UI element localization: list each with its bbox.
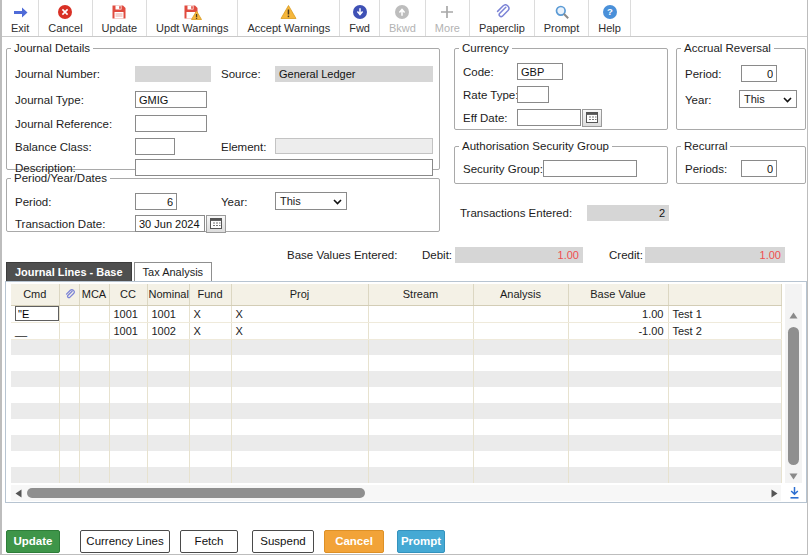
- balance-class-input[interactable]: [135, 138, 175, 155]
- plus-icon: [439, 4, 455, 21]
- security-group-input[interactable]: [543, 160, 637, 177]
- col-header-base-value[interactable]: Base Value: [568, 284, 668, 305]
- empty-grid-row: [11, 435, 781, 451]
- tab-tax-analysis[interactable]: Tax Analysis: [134, 262, 213, 282]
- col-header-nominal[interactable]: Nominal: [147, 284, 189, 305]
- prompt-footer-button[interactable]: Prompt: [397, 530, 445, 553]
- col-header-cc[interactable]: CC: [109, 284, 147, 305]
- fwd-button[interactable]: Fwd: [340, 0, 380, 36]
- authorisation-security-group: Authorisation Security Group Security Gr…: [454, 140, 668, 184]
- vertical-scroll-thumb[interactable]: [788, 327, 799, 465]
- empty-grid-row: [11, 403, 781, 419]
- calendar-icon: [210, 217, 222, 231]
- currency-lines-footer-button[interactable]: Currency Lines: [80, 530, 170, 553]
- update-footer-button[interactable]: Update: [6, 530, 60, 553]
- grid-filler: [11, 339, 781, 483]
- toolbar-label: Prompt: [544, 22, 579, 34]
- col-header-attachment[interactable]: [59, 284, 79, 305]
- scroll-left-arrow[interactable]: [11, 485, 25, 501]
- credit-label: Credit:: [609, 249, 643, 261]
- scroll-right-arrow[interactable]: [767, 485, 781, 501]
- toolbar: Exit Cancel Update Updt Warnings Accept …: [2, 0, 807, 37]
- col-header-analysis[interactable]: Analysis: [473, 284, 568, 305]
- rate-type-input[interactable]: [517, 86, 549, 103]
- element-label: Element:: [221, 141, 266, 153]
- col-header-description[interactable]: [668, 284, 781, 305]
- col-header-cmd[interactable]: Cmd: [11, 284, 59, 305]
- journal-number-value: [135, 66, 211, 82]
- period-input[interactable]: [135, 193, 177, 210]
- warning-icon: [280, 4, 297, 21]
- chevron-down-icon: [783, 93, 792, 105]
- help-button[interactable]: ? Help: [589, 0, 631, 36]
- transactions-entered-label: Transactions Entered:: [460, 207, 572, 219]
- journal-type-label: Journal Type:: [15, 94, 84, 106]
- calendar-icon: [586, 111, 598, 125]
- recurral-group: Recurral Periods:: [676, 140, 806, 184]
- accrual-period-input[interactable]: [741, 65, 777, 82]
- accrual-period-label: Period:: [685, 68, 721, 80]
- recurral-legend: Recurral: [681, 140, 730, 152]
- security-group-label: Security Group:: [463, 163, 543, 175]
- horizontal-scroll-thumb[interactable]: [27, 488, 365, 498]
- save-warning-icon: [183, 4, 202, 21]
- transaction-date-calendar-button[interactable]: [206, 215, 226, 233]
- scroll-up-arrow[interactable]: [785, 308, 802, 322]
- tab-journal-lines-base[interactable]: Journal Lines - Base: [6, 262, 132, 282]
- tab-bar: Journal Lines - Base Tax Analysis: [6, 262, 214, 282]
- col-header-proj[interactable]: Proj: [231, 284, 368, 305]
- journal-number-label: Journal Number:: [15, 68, 100, 80]
- accrual-year-select-value: This: [744, 93, 765, 105]
- period-year-dates-group: Period/Year/Dates Period: Year: This Tra…: [6, 172, 440, 232]
- scroll-down-arrow[interactable]: [785, 469, 802, 483]
- eff-date-calendar-button[interactable]: [582, 109, 602, 127]
- horizontal-scrollbar[interactable]: [11, 485, 781, 501]
- magnifier-icon: [554, 4, 570, 21]
- toolbar-label: Paperclip: [479, 22, 525, 34]
- table-row[interactable]: __ 1001 1002 X X -1.00 Test 2: [11, 322, 781, 339]
- cmd-input[interactable]: [15, 306, 59, 321]
- suspend-footer-button[interactable]: Suspend: [252, 530, 314, 553]
- debit-value: 1.00: [455, 247, 583, 263]
- journal-type-input[interactable]: [135, 91, 207, 108]
- col-header-fund[interactable]: Fund: [189, 284, 231, 305]
- update-button[interactable]: Update: [93, 0, 147, 36]
- chevron-down-icon: [333, 195, 342, 207]
- transaction-date-input[interactable]: [135, 215, 205, 232]
- vertical-scrollbar[interactable]: [785, 284, 802, 483]
- cancel-footer-button[interactable]: Cancel: [324, 530, 384, 553]
- year-select[interactable]: This: [275, 192, 347, 210]
- cancel-button[interactable]: Cancel: [39, 0, 92, 36]
- col-header-stream[interactable]: Stream: [368, 284, 473, 305]
- table-row[interactable]: 1001 1001 X X 1.00 Test 1: [11, 305, 781, 322]
- accept-warnings-button[interactable]: Accept Warnings: [238, 0, 340, 36]
- exit-button[interactable]: Exit: [2, 0, 39, 36]
- currency-code-input[interactable]: [517, 63, 563, 80]
- recurral-periods-input[interactable]: [741, 160, 777, 177]
- accrual-year-select[interactable]: This: [739, 90, 797, 108]
- cancel-icon: [57, 4, 73, 21]
- col-header-mca[interactable]: MCA: [79, 284, 109, 305]
- paperclip-button[interactable]: Paperclip: [470, 0, 535, 36]
- cmd-cell[interactable]: __: [11, 322, 59, 339]
- transactions-entered-value: 2: [587, 205, 669, 221]
- prompt-button[interactable]: Prompt: [535, 0, 589, 36]
- updt-warnings-button[interactable]: Updt Warnings: [147, 0, 238, 36]
- journal-lines-grid: Cmd MCA CC Nominal Fund Proj Stream Anal…: [5, 281, 807, 503]
- toolbar-label: Fwd: [349, 22, 370, 34]
- rate-type-label: Rate Type:: [463, 89, 518, 101]
- fetch-footer-button[interactable]: Fetch: [180, 530, 238, 553]
- empty-grid-row: [11, 339, 781, 355]
- empty-grid-row: [11, 419, 781, 435]
- eff-date-input[interactable]: [517, 109, 581, 126]
- toolbar-label: Help: [598, 22, 621, 34]
- toolbar-label: Exit: [11, 22, 29, 34]
- journal-reference-input[interactable]: [135, 115, 207, 132]
- recurral-periods-label: Periods:: [685, 163, 727, 175]
- jump-to-end-icon[interactable]: [786, 485, 802, 501]
- help-icon: ?: [602, 4, 618, 21]
- credit-value: 1.00: [645, 247, 785, 263]
- currency-legend: Currency: [459, 42, 512, 54]
- period-year-dates-legend: Period/Year/Dates: [11, 172, 110, 184]
- toolbar-label: More: [435, 22, 460, 34]
